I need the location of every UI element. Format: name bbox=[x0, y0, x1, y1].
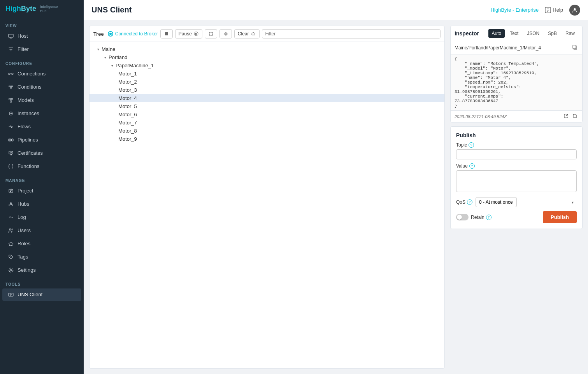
sidebar-item-settings[interactable]: Settings bbox=[2, 264, 81, 276]
sidebar-item-functions[interactable]: Functions bbox=[2, 160, 81, 173]
svg-rect-11 bbox=[9, 139, 10, 141]
tree-node-motor4[interactable]: Motor_4 bbox=[90, 94, 444, 102]
tree-node-motor8[interactable]: Motor_8 bbox=[90, 127, 444, 135]
tree-toolbar: Tree Connected to Broker Pause bbox=[90, 26, 444, 42]
sidebar-item-hubs[interactable]: Hubs bbox=[2, 198, 81, 210]
project-icon bbox=[8, 188, 14, 194]
sidebar-item-roles[interactable]: Roles bbox=[2, 238, 81, 250]
clear-button[interactable]: Clear bbox=[234, 29, 260, 38]
hubs-icon bbox=[8, 201, 14, 207]
collapse-button[interactable] bbox=[219, 29, 232, 38]
node-label-motor6: Motor_6 bbox=[118, 112, 137, 117]
connected-dot bbox=[108, 31, 113, 37]
pause-button[interactable]: Pause bbox=[175, 29, 202, 38]
sidebar-item-project[interactable]: Project bbox=[2, 185, 81, 197]
stop-button[interactable] bbox=[160, 29, 173, 38]
tab-json[interactable]: JSON bbox=[523, 29, 543, 38]
tab-auto[interactable]: Auto bbox=[488, 29, 505, 38]
tree-node-portland[interactable]: ▾ Portland bbox=[90, 53, 444, 61]
main-area: UNS Client HighByte - Enterprise Help Tr… bbox=[84, 0, 588, 374]
tree-label: Tree bbox=[93, 31, 104, 37]
topic-help-icon[interactable]: ? bbox=[469, 142, 474, 148]
tree-node-motor3[interactable]: Motor_3 bbox=[90, 86, 444, 94]
tree-body: ▾ Maine ▾ Portland ▾ PaperMachine_1 Moto… bbox=[90, 42, 444, 368]
sidebar-item-instances[interactable]: Instances bbox=[2, 107, 81, 120]
tree-node-motor1[interactable]: Motor_1 bbox=[90, 70, 444, 78]
section-tools: TOOLS bbox=[0, 277, 84, 288]
filter-input[interactable] bbox=[262, 29, 441, 38]
retain-toggle[interactable] bbox=[456, 214, 469, 220]
tab-raw[interactable]: Raw bbox=[562, 29, 578, 38]
svg-rect-46 bbox=[573, 45, 576, 49]
sidebar-item-certificates-label: Certificates bbox=[18, 150, 43, 156]
tree-node-motor9[interactable]: Motor_9 bbox=[90, 135, 444, 143]
tree-node-motor6[interactable]: Motor_6 bbox=[90, 110, 444, 119]
help-button[interactable]: Help bbox=[545, 7, 563, 13]
sidebar-item-host-label: Host bbox=[18, 33, 28, 39]
retain-help-icon[interactable]: ? bbox=[486, 215, 491, 220]
copy-content-button[interactable] bbox=[572, 113, 578, 120]
node-label-portland: Portland bbox=[109, 54, 127, 60]
node-label-motor3: Motor_3 bbox=[118, 87, 137, 93]
sidebar-item-filter[interactable]: Filter bbox=[2, 43, 81, 56]
sidebar-item-models[interactable]: Models bbox=[2, 94, 81, 107]
collapse-icon bbox=[223, 31, 228, 37]
svg-rect-7 bbox=[11, 98, 13, 100]
tree-node-motor5[interactable]: Motor_5 bbox=[90, 102, 444, 110]
value-help-icon[interactable]: ? bbox=[469, 163, 475, 169]
sidebar-item-log[interactable]: Log bbox=[2, 211, 81, 224]
sidebar-item-roles-label: Roles bbox=[18, 241, 30, 246]
page-title: UNS Client bbox=[91, 5, 132, 14]
instances-icon bbox=[8, 110, 14, 117]
inspector-panel: Inspector Auto Text JSON SpB Raw Maine/P… bbox=[450, 26, 583, 369]
svg-point-9 bbox=[9, 112, 12, 115]
connected-badge: Connected to Broker bbox=[108, 31, 158, 37]
expand-button[interactable] bbox=[205, 29, 217, 38]
topbar-right: HighByte - Enterprise Help bbox=[491, 5, 580, 16]
logo-text: HighByte bbox=[5, 5, 36, 13]
qos-select[interactable]: 0 - At most once 1 - At least once 2 - E… bbox=[476, 197, 517, 207]
publish-button[interactable]: Publish bbox=[543, 211, 577, 223]
tags-icon bbox=[8, 254, 14, 260]
value-label: Value ? bbox=[456, 163, 577, 169]
sidebar-item-log-label: Log bbox=[18, 214, 26, 220]
stop-icon bbox=[164, 31, 169, 37]
user-avatar[interactable] bbox=[569, 5, 580, 16]
tree-node-motor7[interactable]: Motor_7 bbox=[90, 119, 444, 127]
sidebar-item-tags[interactable]: Tags bbox=[2, 251, 81, 263]
settings-icon bbox=[8, 267, 14, 273]
sidebar-item-flows[interactable]: Flows bbox=[2, 121, 81, 133]
sidebar-item-connections[interactable]: Connections bbox=[2, 68, 81, 80]
topic-field: Topic ? bbox=[456, 142, 577, 159]
tree-node-papermachine1[interactable]: ▾ PaperMachine_1 bbox=[90, 61, 444, 70]
inspector-timestamp-row: 2023-08-22T21:08:49.524Z bbox=[451, 111, 582, 122]
tree-node-maine[interactable]: ▾ Maine bbox=[90, 45, 444, 53]
svg-rect-42 bbox=[195, 33, 196, 35]
tab-text[interactable]: Text bbox=[506, 29, 522, 38]
tab-spb[interactable]: SpB bbox=[544, 29, 560, 38]
sidebar-item-models-label: Models bbox=[18, 97, 34, 103]
sidebar-item-pipelines[interactable]: Pipelines bbox=[2, 134, 81, 146]
sidebar-item-uns-client[interactable]: UNS Client bbox=[2, 288, 81, 301]
svg-rect-6 bbox=[9, 98, 11, 100]
qos-help-icon[interactable]: ? bbox=[467, 199, 472, 205]
sidebar-item-certificates[interactable]: Certificates bbox=[2, 147, 81, 159]
svg-point-3 bbox=[9, 73, 10, 75]
inspector-timestamp: 2023-08-22T21:08:49.524Z bbox=[455, 114, 507, 119]
sidebar-item-users[interactable]: Users bbox=[2, 224, 81, 237]
svg-point-10 bbox=[11, 113, 12, 114]
open-external-button[interactable] bbox=[563, 113, 569, 120]
sidebar-item-host[interactable]: Host bbox=[2, 30, 81, 42]
topic-input[interactable] bbox=[456, 149, 577, 159]
pause-label: Pause bbox=[179, 31, 192, 37]
svg-point-29 bbox=[10, 256, 11, 257]
content-area: Tree Connected to Broker Pause bbox=[84, 20, 588, 374]
tree-node-motor2[interactable]: Motor_2 bbox=[90, 78, 444, 86]
sidebar-item-conditions[interactable]: Conditions bbox=[2, 81, 81, 93]
connected-label: Connected to Broker bbox=[115, 31, 158, 37]
inspector-box: Inspector Auto Text JSON SpB Raw Maine/P… bbox=[450, 26, 583, 122]
value-textarea[interactable] bbox=[456, 170, 577, 192]
copy-path-button[interactable] bbox=[571, 44, 578, 52]
enterprise-link[interactable]: HighByte - Enterprise bbox=[491, 7, 539, 13]
svg-point-19 bbox=[10, 203, 12, 205]
